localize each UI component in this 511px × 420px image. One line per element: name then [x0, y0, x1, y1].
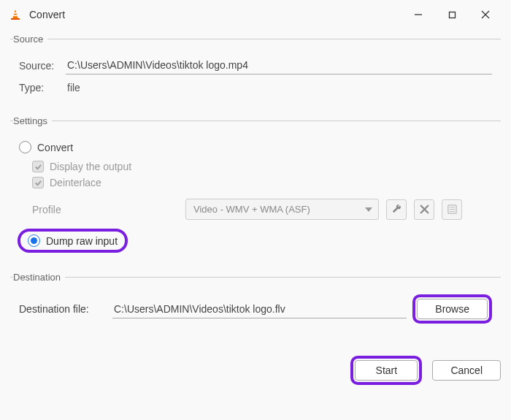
- delete-icon: [420, 205, 429, 214]
- profile-label: Profile: [32, 204, 178, 215]
- profile-value: Video - WMV + WMA (ASF): [193, 204, 310, 215]
- radio-icon: [28, 234, 40, 247]
- dump-raw-wrap: Dump raw input: [18, 229, 496, 253]
- dump-raw-highlight: Dump raw input: [18, 229, 128, 253]
- convert-radio-row[interactable]: Convert: [19, 138, 492, 156]
- browse-button[interactable]: Browse: [417, 299, 488, 319]
- vlc-cone-icon: [9, 8, 22, 21]
- dialog-content: Source Source: Type: file Settings Conve…: [0, 29, 511, 350]
- start-highlight: Start: [350, 356, 422, 385]
- svg-rect-3: [11, 18, 20, 20]
- destination-file-label: Destination file:: [19, 303, 107, 315]
- source-row: Source:: [19, 56, 492, 75]
- destination-file-input[interactable]: [112, 300, 407, 318]
- settings-legend: Settings: [13, 115, 52, 126]
- title-bar: Convert: [0, 0, 511, 29]
- source-input[interactable]: [66, 56, 492, 75]
- checkbox-icon: [32, 161, 44, 172]
- source-group: Source Source: Type: file: [10, 34, 501, 111]
- destination-row: Destination file: Browse: [19, 294, 492, 324]
- convert-radio-label: Convert: [37, 142, 73, 153]
- close-button[interactable]: [469, 3, 502, 26]
- maximize-button[interactable]: [435, 3, 469, 26]
- svg-rect-1: [14, 12, 17, 14]
- window-title: Convert: [29, 9, 402, 20]
- window-controls: [402, 3, 502, 26]
- wrench-icon: [391, 204, 402, 215]
- minimize-button[interactable]: [402, 3, 435, 26]
- destination-legend: Destination: [13, 272, 65, 283]
- svg-marker-0: [12, 9, 18, 19]
- destination-group: Destination Destination file: Browse: [10, 272, 501, 338]
- type-label: Type:: [19, 82, 66, 93]
- deinterlace-checkbox-row[interactable]: Deinterlace: [32, 177, 492, 188]
- dump-raw-label: Dump raw input: [46, 235, 118, 247]
- radio-icon: [19, 141, 31, 153]
- source-label: Source:: [19, 60, 66, 72]
- source-legend: Source: [13, 34, 47, 45]
- deinterlace-label: Deinterlace: [50, 177, 101, 188]
- settings-group: Settings Convert Display the output Dein…: [10, 115, 501, 267]
- delete-profile-button[interactable]: [414, 199, 434, 220]
- edit-profile-button[interactable]: [386, 199, 407, 220]
- profile-combobox[interactable]: Video - WMV + WMA (ASF): [185, 199, 379, 220]
- new-profile-icon: [447, 204, 458, 215]
- checkbox-icon: [32, 177, 44, 188]
- new-profile-button[interactable]: [442, 199, 462, 220]
- dialog-footer: Start Cancel: [0, 350, 511, 394]
- profile-row: Profile Video - WMV + WMA (ASF): [32, 199, 492, 220]
- type-value: file: [66, 79, 82, 96]
- svg-rect-2: [13, 15, 18, 17]
- display-output-checkbox-row[interactable]: Display the output: [32, 161, 492, 172]
- dump-raw-radio-row[interactable]: Dump raw input: [28, 234, 118, 247]
- start-button[interactable]: Start: [355, 360, 418, 381]
- svg-rect-5: [449, 12, 455, 18]
- cancel-button[interactable]: Cancel: [432, 360, 501, 381]
- type-row: Type: file: [19, 79, 492, 96]
- browse-highlight: Browse: [412, 294, 492, 324]
- display-output-label: Display the output: [50, 161, 131, 172]
